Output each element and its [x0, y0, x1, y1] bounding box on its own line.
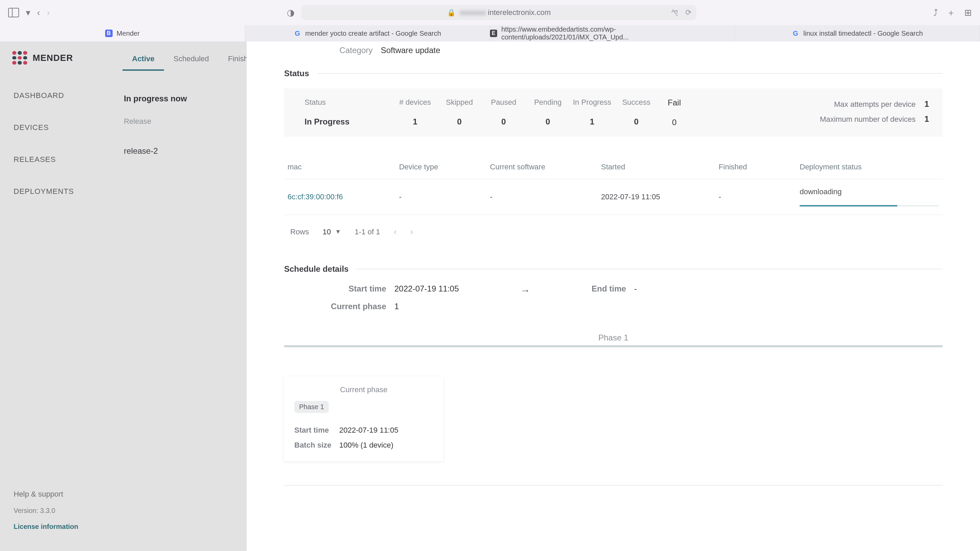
status-col-fail: Fail	[661, 98, 688, 108]
col-dep-status[interactable]: Deployment status	[796, 160, 943, 179]
status-paused: 0	[482, 117, 526, 127]
phase-card: Current phase Phase 1 Start time 2022-07…	[284, 376, 443, 461]
category-label: Category	[318, 46, 372, 55]
sched-start-value: 2022-07-19 11:05	[395, 284, 459, 294]
status-header: Status	[284, 69, 309, 78]
tabs-overview-icon[interactable]: ⊞	[964, 8, 972, 18]
rows-select[interactable]: 10 ▼	[323, 227, 341, 237]
sched-end-label: End time	[592, 284, 626, 294]
google-icon: G	[294, 30, 301, 37]
table-row[interactable]: 6c:cf:39:00:00:f6 - - 2022-07-19 11:05 -…	[284, 179, 943, 215]
max-attempts-label: Max attempts per device	[834, 100, 916, 109]
status-col-devices: # devices	[393, 98, 437, 107]
browser-tab-search2[interactable]: G linux install timedatectl - Google Sea…	[735, 25, 980, 41]
col-finished[interactable]: Finished	[715, 160, 796, 179]
nav-releases[interactable]: RELEASES	[0, 143, 102, 176]
nav-deployments[interactable]: DEPLOYMENTS	[0, 176, 102, 208]
status-col-skipped: Skipped	[437, 98, 482, 107]
col-started[interactable]: Started	[598, 160, 715, 179]
status-pending: 0	[526, 117, 570, 127]
browser-tabs: B Mender G mender yocto create artifact …	[0, 25, 980, 42]
nav-devices[interactable]: DEVICES	[0, 111, 102, 143]
cell-dep-status: downloading	[796, 179, 943, 215]
status-col-pending: Pending	[526, 98, 570, 107]
version-text: Version: 3.3.0	[14, 507, 89, 514]
caret-down-icon: ▼	[335, 228, 341, 235]
cell-current-sw: -	[487, 179, 598, 215]
sidebar: MENDER DASHBOARD DEVICES RELEASES DEPLOY…	[0, 41, 102, 551]
col-current-sw[interactable]: Current software	[487, 160, 598, 179]
page-range: 1-1 of 1	[355, 227, 380, 237]
browser-tab-mender[interactable]: B Mender	[0, 25, 245, 41]
status-col-success: Success	[614, 98, 659, 107]
deployment-drawer: Category Software update Status Status #…	[247, 41, 980, 551]
page-next-icon[interactable]: ›	[410, 227, 414, 237]
new-tab-icon[interactable]: ＋	[947, 7, 956, 19]
sched-end-value: -	[634, 284, 637, 294]
progress-bar	[800, 205, 939, 206]
status-col-paused: Paused	[482, 98, 526, 107]
nav-forward-icon[interactable]: ›	[47, 8, 50, 18]
address-bar[interactable]: 🔒 xxxxxxx interelectronix.com ᴬए ⟳	[301, 5, 696, 20]
translate-icon[interactable]: ᴬए	[671, 8, 678, 17]
cell-mac[interactable]: 6c:cf:39:00:00:f6	[284, 179, 396, 215]
status-col-status: Status	[305, 98, 393, 107]
tab-label: linux install timedatectl - Google Searc…	[803, 30, 923, 37]
cell-finished: -	[715, 179, 796, 215]
dep-status-text: downloading	[800, 187, 842, 196]
max-devices-label: Maximum number of devices	[820, 115, 915, 124]
rows-value: 10	[323, 227, 331, 237]
sidebar-icon[interactable]	[8, 8, 19, 17]
logo-icon	[12, 51, 27, 65]
pc-batch-label: Batch size	[294, 441, 333, 449]
privacy-shield-icon[interactable]: ◑	[287, 8, 295, 18]
tab-label: mender yocto create artifact - Google Se…	[305, 30, 441, 37]
reload-icon[interactable]: ⟳	[685, 8, 692, 17]
tab-label: Mender	[117, 30, 140, 37]
pc-start-label: Start time	[294, 426, 333, 435]
status-col-inprogress: In Progress	[570, 98, 614, 107]
nav-back-icon[interactable]: ‹	[37, 8, 40, 18]
release-label: Release	[102, 114, 248, 129]
max-devices-value: 1	[924, 114, 929, 124]
deployments-panel: Active Scheduled Finished In progress no…	[102, 41, 248, 551]
max-attempts-value: 1	[924, 99, 929, 109]
pc-start-value: 2022-07-19 11:05	[339, 426, 398, 435]
tab-scheduled[interactable]: Scheduled	[164, 54, 218, 71]
nav-dashboard[interactable]: DASHBOARD	[0, 79, 102, 111]
pc-batch-value: 100% (1 device)	[339, 441, 393, 449]
cell-started: 2022-07-19 11:05	[598, 179, 715, 215]
url-visible: interelectronix.com	[488, 8, 551, 17]
google-icon: G	[792, 30, 799, 37]
status-skipped: 0	[437, 117, 482, 127]
sched-start-label: Start time	[284, 284, 386, 294]
phase-title: Phase 1	[284, 333, 943, 343]
browser-tab-embedded[interactable]: E https://www.embeddedartists.com/wp-con…	[490, 25, 735, 41]
release-value: release-2	[102, 129, 248, 173]
brand[interactable]: MENDER	[0, 41, 102, 79]
phase-card-title: Current phase	[294, 385, 433, 394]
status-inprogress: 1	[570, 117, 614, 127]
phase-bar	[284, 345, 943, 347]
status-success: 0	[614, 117, 659, 127]
phase-pill: Phase 1	[294, 401, 329, 413]
category-value: Software update	[381, 46, 440, 55]
tab-label: https://www.embeddedartists.com/wp-conte…	[501, 25, 735, 41]
col-mac[interactable]: mac	[284, 160, 396, 179]
status-fail: 0	[661, 118, 688, 127]
browser-tab-search1[interactable]: G mender yocto create artifact - Google …	[245, 25, 490, 41]
schedule-header: Schedule details	[284, 264, 348, 274]
status-value: In Progress	[305, 117, 393, 127]
tab-active[interactable]: Active	[123, 54, 164, 71]
sched-phase-label: Current phase	[284, 302, 386, 311]
devices-table: mac Device type Current software Started…	[284, 160, 943, 215]
col-device-type[interactable]: Device type	[396, 160, 487, 179]
license-link[interactable]: License information	[14, 523, 89, 530]
url-blurred: xxxxxxx	[460, 8, 486, 17]
page-prev-icon[interactable]: ‹	[394, 227, 397, 237]
help-support-link[interactable]: Help & support	[14, 490, 89, 499]
chevron-down-icon[interactable]: ▾	[26, 8, 30, 18]
share-icon[interactable]: ⤴	[933, 8, 938, 18]
lock-icon: 🔒	[447, 8, 456, 17]
browser-chrome: ▾ ‹ › ◑ 🔒 xxxxxxx interelectronix.com ᴬए…	[0, 0, 980, 25]
